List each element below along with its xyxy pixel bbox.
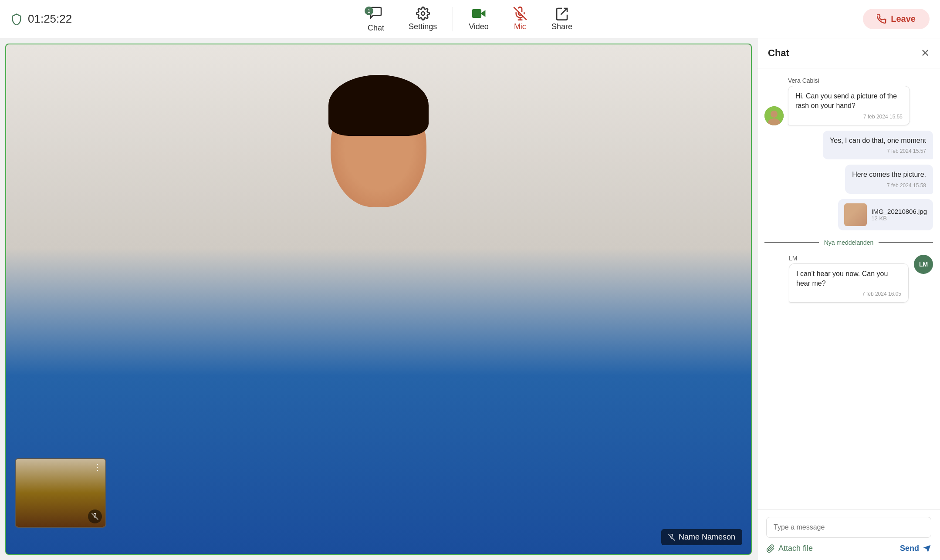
- share-nav-label: Share: [551, 22, 572, 31]
- vera-message-bubble: Vera Cabisi Hi. Can you send a picture o…: [788, 77, 910, 125]
- send-label: Send: [900, 544, 919, 553]
- patient-bubble-1: Yes, I can do that, one moment 7 feb 202…: [823, 131, 933, 159]
- mic-nav-button[interactable]: Mic: [501, 3, 539, 35]
- vera-avatar-inner: [764, 106, 784, 125]
- topbar-center: 1 Chat Settings Video: [355, 2, 585, 36]
- patient-bubble-2: Here comes the picture. 7 feb 2024 15.58: [845, 165, 933, 193]
- small-video-menu-icon[interactable]: ⋮: [93, 462, 102, 472]
- chat-nav-label: Chat: [368, 24, 384, 33]
- patient-message-1: Yes, I can do that, one moment 7 feb 202…: [764, 131, 933, 159]
- attach-file-label: Attach file: [778, 544, 813, 553]
- svg-line-6: [92, 513, 98, 520]
- file-size: 12 KB: [871, 215, 927, 222]
- file-thumbnail: [844, 203, 867, 226]
- self-muted-icon: [88, 509, 102, 523]
- self-video-inner: ⋮: [16, 459, 105, 527]
- name-overlay-text: Name Nameson: [679, 533, 735, 542]
- lm-avatar: LM: [914, 255, 933, 274]
- patient-message-text-1: Yes, I can do that, one moment: [830, 136, 926, 145]
- patient-message-text-2: Here comes the picture.: [852, 170, 926, 179]
- chat-nav-button[interactable]: 1 Chat: [355, 2, 396, 36]
- mic-nav-label: Mic: [514, 22, 526, 31]
- vera-sender-name: Vera Cabisi: [788, 77, 910, 84]
- vera-message-time: 7 feb 2024 15.55: [795, 114, 903, 120]
- file-bubble[interactable]: IMG_20210806.jpg 12 KB: [838, 199, 933, 230]
- svg-rect-1: [472, 10, 481, 18]
- patient-message-time-2: 7 feb 2024 15.58: [852, 182, 926, 189]
- file-attachment-message: IMG_20210806.jpg 12 KB: [764, 199, 933, 230]
- video-nav-button[interactable]: Video: [456, 3, 501, 35]
- svg-line-7: [669, 534, 675, 540]
- name-overlay: Name Nameson: [661, 529, 742, 545]
- chat-panel: Chat ✕ Vera Cabisi: [757, 38, 940, 560]
- svg-marker-2: [481, 10, 485, 16]
- patient-message-time-1: 7 feb 2024 15.57: [830, 148, 926, 154]
- leave-button[interactable]: Leave: [863, 9, 930, 29]
- send-button[interactable]: Send: [900, 544, 931, 553]
- vera-avatar: [764, 106, 784, 125]
- lm-message: LM I can't hear you now. Can you hear me…: [764, 255, 933, 303]
- lm-message-text: I can't hear you now. Can you hear me?: [796, 269, 901, 289]
- timer: 01:25:22: [28, 12, 72, 26]
- video-area: ⋮ Name Nameson: [5, 44, 752, 555]
- share-nav-button[interactable]: Share: [539, 3, 585, 35]
- svg-marker-12: [923, 545, 931, 552]
- main-content: ⋮ Name Nameson Chat ✕: [0, 38, 940, 560]
- vera-bubble: Hi. Can you send a picture of the rash o…: [788, 86, 910, 125]
- divider-label: Nya meddelanden: [824, 239, 874, 246]
- chat-badge: 1: [365, 7, 373, 15]
- divider-line-left: [764, 242, 819, 243]
- lm-sender-name: LM: [789, 255, 909, 262]
- new-messages-divider: Nya meddelanden: [764, 236, 933, 250]
- self-video: ⋮: [15, 458, 106, 528]
- topbar: 01:25:22 1 Chat Settings: [0, 0, 940, 38]
- svg-point-0: [421, 12, 425, 15]
- video-nav-label: Video: [469, 22, 489, 31]
- settings-nav-button[interactable]: Settings: [396, 3, 449, 35]
- chat-header: Chat ✕: [757, 38, 940, 68]
- message-vera: Vera Cabisi Hi. Can you send a picture o…: [764, 77, 933, 125]
- message-input[interactable]: [766, 517, 931, 538]
- vera-message-text: Hi. Can you send a picture of the rash o…: [795, 91, 903, 111]
- file-info: IMG_20210806.jpg 12 KB: [871, 208, 927, 222]
- chat-close-button[interactable]: ✕: [921, 47, 930, 59]
- chat-title: Chat: [768, 47, 789, 59]
- svg-point-9: [771, 111, 778, 118]
- lm-message-content: LM I can't hear you now. Can you hear me…: [789, 255, 909, 303]
- lm-bubble: I can't hear you now. Can you hear me? 7…: [789, 263, 909, 303]
- attach-file-button[interactable]: Attach file: [766, 544, 813, 553]
- nav-divider: [453, 7, 453, 31]
- settings-nav-label: Settings: [409, 22, 437, 31]
- file-name: IMG_20210806.jpg: [871, 208, 927, 215]
- shield-icon: [10, 13, 23, 25]
- lm-message-time: 7 feb 2024 16.05: [796, 291, 901, 297]
- main-video: [6, 44, 751, 554]
- patient-message-2: Here comes the picture. 7 feb 2024 15.58: [764, 165, 933, 193]
- leave-label: Leave: [891, 14, 916, 24]
- chat-messages: Vera Cabisi Hi. Can you send a picture o…: [757, 68, 940, 509]
- divider-line-right: [879, 242, 933, 243]
- chat-actions: Attach file Send: [766, 544, 931, 553]
- chat-input-area: Attach file Send: [757, 509, 940, 560]
